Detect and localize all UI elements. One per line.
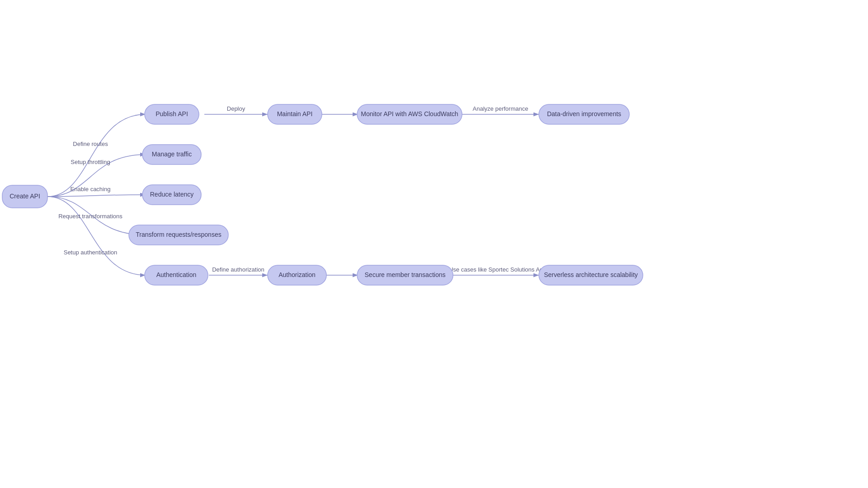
node-data-driven-label: Data-driven improvements [547,110,621,117]
node-reduce-latency-label: Reduce latency [150,191,194,198]
edge-create-reduce [47,195,146,197]
node-maintain-api-label: Maintain API [277,110,313,117]
node-transform-req-label: Transform requests/responses [136,231,221,238]
label-enable-caching: Enable caching [71,186,111,192]
label-analyze: Analyze performance [473,105,528,112]
label-define-routes: Define routes [73,141,108,147]
node-manage-traffic-label: Manage traffic [152,150,192,158]
label-use-cases: Use cases like Sportec Solutions Ag [449,266,543,273]
node-authorization-label: Authorization [278,271,316,278]
label-setup-authentication: Setup authentication [64,249,118,256]
label-setup-throttling: Setup throttling [71,159,110,165]
node-create-api-label: Create API [9,192,40,200]
node-secure-member-label: Secure member transactions [365,271,446,278]
node-authentication-label: Authentication [156,271,197,278]
label-deploy: Deploy [227,105,245,112]
node-monitor-api-label: Monitor API with AWS CloudWatch [361,110,458,117]
label-request-transformations: Request transformations [58,213,123,220]
label-define-auth: Define authorization [212,266,264,273]
node-serverless-label: Serverless architecture scalability [544,271,638,278]
node-publish-api-label: Publish API [156,110,188,117]
